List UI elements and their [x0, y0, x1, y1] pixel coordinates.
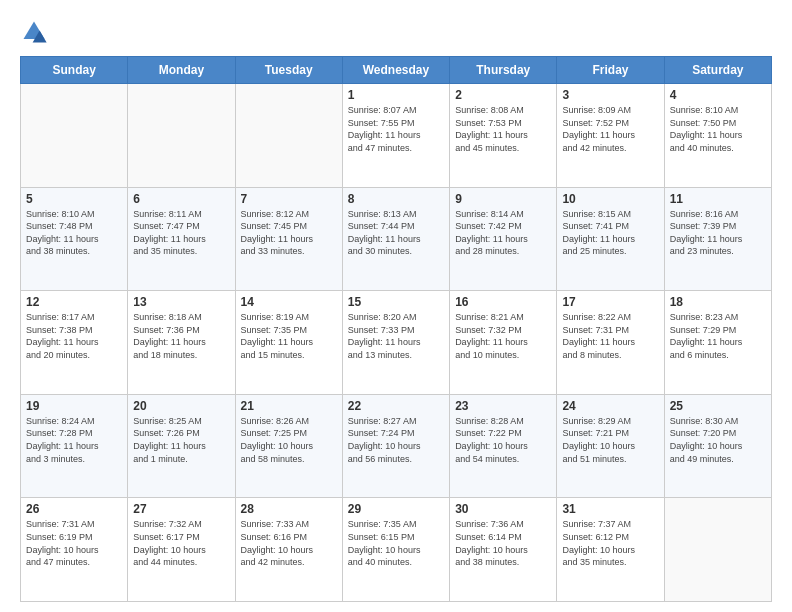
cell-info: Sunrise: 8:13 AM Sunset: 7:44 PM Dayligh… — [348, 208, 444, 258]
calendar-cell — [664, 498, 771, 602]
cell-info: Sunrise: 7:31 AM Sunset: 6:19 PM Dayligh… — [26, 518, 122, 568]
logo — [20, 18, 52, 46]
weekday-tuesday: Tuesday — [235, 57, 342, 84]
calendar-cell: 8Sunrise: 8:13 AM Sunset: 7:44 PM Daylig… — [342, 187, 449, 291]
calendar-cell: 5Sunrise: 8:10 AM Sunset: 7:48 PM Daylig… — [21, 187, 128, 291]
calendar-cell: 9Sunrise: 8:14 AM Sunset: 7:42 PM Daylig… — [450, 187, 557, 291]
day-number: 15 — [348, 295, 444, 309]
calendar-row-0: 1Sunrise: 8:07 AM Sunset: 7:55 PM Daylig… — [21, 84, 772, 188]
day-number: 28 — [241, 502, 337, 516]
day-number: 3 — [562, 88, 658, 102]
cell-info: Sunrise: 8:20 AM Sunset: 7:33 PM Dayligh… — [348, 311, 444, 361]
cell-info: Sunrise: 8:14 AM Sunset: 7:42 PM Dayligh… — [455, 208, 551, 258]
cell-info: Sunrise: 8:11 AM Sunset: 7:47 PM Dayligh… — [133, 208, 229, 258]
calendar-cell: 15Sunrise: 8:20 AM Sunset: 7:33 PM Dayli… — [342, 291, 449, 395]
day-number: 13 — [133, 295, 229, 309]
cell-info: Sunrise: 8:29 AM Sunset: 7:21 PM Dayligh… — [562, 415, 658, 465]
day-number: 29 — [348, 502, 444, 516]
calendar-cell — [128, 84, 235, 188]
calendar-row-2: 12Sunrise: 8:17 AM Sunset: 7:38 PM Dayli… — [21, 291, 772, 395]
cell-info: Sunrise: 7:33 AM Sunset: 6:16 PM Dayligh… — [241, 518, 337, 568]
calendar-cell: 30Sunrise: 7:36 AM Sunset: 6:14 PM Dayli… — [450, 498, 557, 602]
day-number: 27 — [133, 502, 229, 516]
calendar-cell: 17Sunrise: 8:22 AM Sunset: 7:31 PM Dayli… — [557, 291, 664, 395]
day-number: 23 — [455, 399, 551, 413]
cell-info: Sunrise: 8:30 AM Sunset: 7:20 PM Dayligh… — [670, 415, 766, 465]
day-number: 16 — [455, 295, 551, 309]
day-number: 21 — [241, 399, 337, 413]
cell-info: Sunrise: 8:16 AM Sunset: 7:39 PM Dayligh… — [670, 208, 766, 258]
cell-info: Sunrise: 8:21 AM Sunset: 7:32 PM Dayligh… — [455, 311, 551, 361]
cell-info: Sunrise: 8:10 AM Sunset: 7:50 PM Dayligh… — [670, 104, 766, 154]
weekday-sunday: Sunday — [21, 57, 128, 84]
calendar-cell: 23Sunrise: 8:28 AM Sunset: 7:22 PM Dayli… — [450, 394, 557, 498]
cell-info: Sunrise: 7:36 AM Sunset: 6:14 PM Dayligh… — [455, 518, 551, 568]
calendar-cell — [21, 84, 128, 188]
cell-info: Sunrise: 8:23 AM Sunset: 7:29 PM Dayligh… — [670, 311, 766, 361]
cell-info: Sunrise: 8:10 AM Sunset: 7:48 PM Dayligh… — [26, 208, 122, 258]
day-number: 24 — [562, 399, 658, 413]
day-number: 9 — [455, 192, 551, 206]
cell-info: Sunrise: 8:12 AM Sunset: 7:45 PM Dayligh… — [241, 208, 337, 258]
cell-info: Sunrise: 8:27 AM Sunset: 7:24 PM Dayligh… — [348, 415, 444, 465]
cell-info: Sunrise: 8:25 AM Sunset: 7:26 PM Dayligh… — [133, 415, 229, 465]
cell-info: Sunrise: 8:19 AM Sunset: 7:35 PM Dayligh… — [241, 311, 337, 361]
day-number: 20 — [133, 399, 229, 413]
cell-info: Sunrise: 8:28 AM Sunset: 7:22 PM Dayligh… — [455, 415, 551, 465]
weekday-monday: Monday — [128, 57, 235, 84]
day-number: 1 — [348, 88, 444, 102]
calendar-cell: 28Sunrise: 7:33 AM Sunset: 6:16 PM Dayli… — [235, 498, 342, 602]
calendar-cell: 4Sunrise: 8:10 AM Sunset: 7:50 PM Daylig… — [664, 84, 771, 188]
calendar-cell: 22Sunrise: 8:27 AM Sunset: 7:24 PM Dayli… — [342, 394, 449, 498]
logo-icon — [20, 18, 48, 46]
calendar-row-1: 5Sunrise: 8:10 AM Sunset: 7:48 PM Daylig… — [21, 187, 772, 291]
day-number: 14 — [241, 295, 337, 309]
calendar-row-4: 26Sunrise: 7:31 AM Sunset: 6:19 PM Dayli… — [21, 498, 772, 602]
cell-info: Sunrise: 8:09 AM Sunset: 7:52 PM Dayligh… — [562, 104, 658, 154]
calendar-cell: 18Sunrise: 8:23 AM Sunset: 7:29 PM Dayli… — [664, 291, 771, 395]
calendar-cell: 25Sunrise: 8:30 AM Sunset: 7:20 PM Dayli… — [664, 394, 771, 498]
calendar-cell: 27Sunrise: 7:32 AM Sunset: 6:17 PM Dayli… — [128, 498, 235, 602]
day-number: 30 — [455, 502, 551, 516]
cell-info: Sunrise: 8:07 AM Sunset: 7:55 PM Dayligh… — [348, 104, 444, 154]
day-number: 2 — [455, 88, 551, 102]
calendar-cell: 2Sunrise: 8:08 AM Sunset: 7:53 PM Daylig… — [450, 84, 557, 188]
day-number: 8 — [348, 192, 444, 206]
day-number: 18 — [670, 295, 766, 309]
cell-info: Sunrise: 8:08 AM Sunset: 7:53 PM Dayligh… — [455, 104, 551, 154]
day-number: 12 — [26, 295, 122, 309]
calendar-cell: 16Sunrise: 8:21 AM Sunset: 7:32 PM Dayli… — [450, 291, 557, 395]
calendar-table: SundayMondayTuesdayWednesdayThursdayFrid… — [20, 56, 772, 602]
cell-info: Sunrise: 7:37 AM Sunset: 6:12 PM Dayligh… — [562, 518, 658, 568]
calendar-cell: 7Sunrise: 8:12 AM Sunset: 7:45 PM Daylig… — [235, 187, 342, 291]
calendar-cell: 11Sunrise: 8:16 AM Sunset: 7:39 PM Dayli… — [664, 187, 771, 291]
cell-info: Sunrise: 8:15 AM Sunset: 7:41 PM Dayligh… — [562, 208, 658, 258]
day-number: 10 — [562, 192, 658, 206]
weekday-thursday: Thursday — [450, 57, 557, 84]
calendar-cell: 19Sunrise: 8:24 AM Sunset: 7:28 PM Dayli… — [21, 394, 128, 498]
cell-info: Sunrise: 7:32 AM Sunset: 6:17 PM Dayligh… — [133, 518, 229, 568]
calendar-cell: 29Sunrise: 7:35 AM Sunset: 6:15 PM Dayli… — [342, 498, 449, 602]
calendar-cell: 31Sunrise: 7:37 AM Sunset: 6:12 PM Dayli… — [557, 498, 664, 602]
day-number: 11 — [670, 192, 766, 206]
cell-info: Sunrise: 8:26 AM Sunset: 7:25 PM Dayligh… — [241, 415, 337, 465]
page: SundayMondayTuesdayWednesdayThursdayFrid… — [0, 0, 792, 612]
cell-info: Sunrise: 7:35 AM Sunset: 6:15 PM Dayligh… — [348, 518, 444, 568]
calendar-cell — [235, 84, 342, 188]
day-number: 19 — [26, 399, 122, 413]
day-number: 31 — [562, 502, 658, 516]
calendar-cell: 21Sunrise: 8:26 AM Sunset: 7:25 PM Dayli… — [235, 394, 342, 498]
calendar-cell: 3Sunrise: 8:09 AM Sunset: 7:52 PM Daylig… — [557, 84, 664, 188]
calendar-cell: 1Sunrise: 8:07 AM Sunset: 7:55 PM Daylig… — [342, 84, 449, 188]
calendar-cell: 10Sunrise: 8:15 AM Sunset: 7:41 PM Dayli… — [557, 187, 664, 291]
day-number: 7 — [241, 192, 337, 206]
day-number: 17 — [562, 295, 658, 309]
weekday-friday: Friday — [557, 57, 664, 84]
day-number: 6 — [133, 192, 229, 206]
calendar-cell: 26Sunrise: 7:31 AM Sunset: 6:19 PM Dayli… — [21, 498, 128, 602]
cell-info: Sunrise: 8:18 AM Sunset: 7:36 PM Dayligh… — [133, 311, 229, 361]
calendar-cell: 14Sunrise: 8:19 AM Sunset: 7:35 PM Dayli… — [235, 291, 342, 395]
weekday-wednesday: Wednesday — [342, 57, 449, 84]
header — [20, 18, 772, 46]
calendar-row-3: 19Sunrise: 8:24 AM Sunset: 7:28 PM Dayli… — [21, 394, 772, 498]
